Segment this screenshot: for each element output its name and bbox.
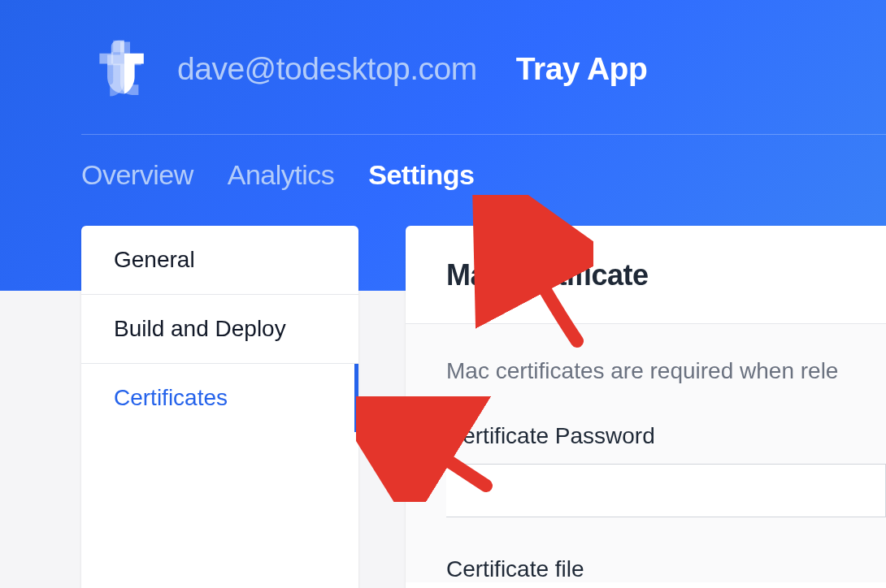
header-top: dave@todesktop.com Tray App: [0, 0, 886, 134]
settings-sidebar: General Build and Deploy Certificates: [81, 226, 358, 588]
panel-description: Mac certificates are required when rele: [446, 358, 886, 384]
sidebar-item-label: Build and Deploy: [114, 316, 286, 341]
field-label-password: Certificate Password: [446, 423, 886, 449]
panel-title: Mac Certificate: [446, 258, 845, 292]
sidebar-item-certificates[interactable]: Certificates: [81, 364, 358, 432]
field-label-file: Certificate file: [446, 556, 886, 582]
panel-header: Mac Certificate: [406, 226, 886, 323]
main-panel: Mac Certificate Mac certificates are req…: [406, 226, 886, 588]
sidebar-item-label: Certificates: [114, 385, 228, 410]
tab-analytics[interactable]: Analytics: [228, 159, 335, 191]
content-area: General Build and Deploy Certificates Ma…: [81, 226, 886, 588]
app-name: Tray App: [516, 51, 647, 87]
certificate-password-input[interactable]: [446, 464, 886, 517]
field-group-password: Certificate Password: [446, 423, 886, 517]
sidebar-item-general[interactable]: General: [81, 226, 358, 295]
user-email[interactable]: dave@todesktop.com: [177, 51, 477, 87]
nav-tabs: Overview Analytics Settings: [0, 135, 886, 191]
tab-overview[interactable]: Overview: [81, 159, 193, 191]
tab-settings[interactable]: Settings: [368, 159, 474, 191]
sidebar-item-label: General: [114, 247, 195, 272]
sidebar-item-build-deploy[interactable]: Build and Deploy: [81, 295, 358, 364]
field-group-file: Certificate file: [446, 556, 886, 582]
panel-body: Mac certificates are required when rele …: [406, 323, 886, 582]
logo-icon: [88, 37, 153, 102]
